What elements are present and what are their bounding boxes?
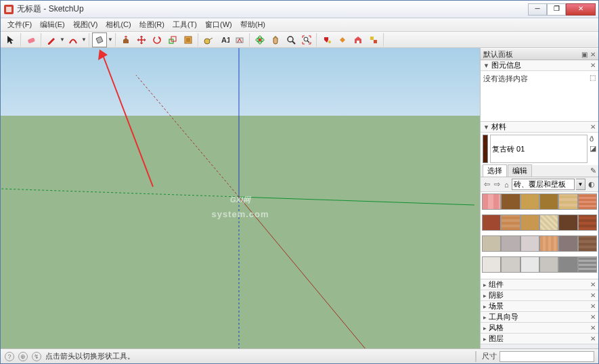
details-icon[interactable]: ◐ — [587, 180, 596, 189]
maximize-button[interactable]: ❐ — [547, 3, 566, 16]
home-icon[interactable]: ⌂ — [503, 181, 510, 189]
entity-options-icon[interactable]: ⬚ — [590, 74, 596, 81]
close-section-icon[interactable]: ✕ — [590, 281, 596, 288]
orbit-tool[interactable] — [252, 32, 267, 47]
close-section-icon[interactable]: ✕ — [590, 62, 596, 69]
close-section-icon[interactable]: ✕ — [590, 123, 596, 131]
material-swatch[interactable] — [539, 256, 558, 273]
material-swatch[interactable] — [520, 235, 539, 252]
default-panel-title[interactable]: 默认面板 ▣ ✕ — [481, 48, 598, 60]
material-swatch[interactable] — [578, 214, 597, 231]
close-section-icon[interactable]: ✕ — [590, 335, 596, 342]
scenes-header[interactable]: ▸场景✕ — [481, 301, 598, 312]
materials-header[interactable]: ▼ 材料 ✕ — [481, 122, 598, 133]
edit-icon[interactable]: ✎ — [590, 166, 596, 177]
pencil-tool[interactable] — [44, 32, 59, 47]
tab-edit[interactable]: 编辑 — [508, 164, 532, 177]
library-select[interactable]: 砖、覆层和壁板 — [512, 179, 575, 190]
zoom-extents-tool[interactable] — [299, 32, 314, 47]
help-icon[interactable]: ? — [5, 352, 14, 361]
library-dropdown-icon[interactable]: ▼ — [576, 179, 585, 190]
entity-info-body: 没有选择内容 ⬚ — [481, 71, 598, 122]
unit-icon[interactable]: ↯ — [32, 352, 41, 361]
sky — [1, 48, 480, 116]
close-section-icon[interactable]: ✕ — [590, 292, 596, 299]
material-swatch[interactable] — [578, 235, 597, 252]
material-name-input[interactable] — [490, 135, 587, 163]
tab-select[interactable]: 选择 — [483, 164, 507, 177]
menu-edit[interactable]: 编辑(E) — [36, 18, 69, 31]
material-swatch[interactable] — [501, 214, 520, 231]
nav-back-icon[interactable]: ⇦ — [483, 180, 491, 189]
text-tool[interactable]: A1 — [217, 32, 231, 47]
offset-tool[interactable] — [181, 32, 196, 47]
collapse-icon: ▸ — [483, 336, 487, 342]
instructor-header[interactable]: ▸工具向导✕ — [481, 312, 598, 323]
menu-window[interactable]: 窗口(W) — [201, 18, 236, 31]
paint-tool[interactable] — [319, 32, 334, 47]
material-swatch[interactable] — [558, 194, 577, 210]
pushpull-tool[interactable] — [118, 32, 133, 47]
pin-icon[interactable]: ▣ — [581, 51, 587, 58]
menu-file[interactable]: 文件(F) — [3, 18, 36, 31]
extension-tool[interactable] — [366, 32, 381, 47]
material-swatch[interactable] — [520, 214, 539, 231]
menu-view[interactable]: 视图(V) — [69, 18, 102, 31]
material-swatch[interactable] — [482, 256, 501, 273]
rotate-tool[interactable] — [150, 32, 164, 47]
components-header[interactable]: ▸组件✕ — [481, 279, 598, 290]
menu-help[interactable]: 帮助(H) — [236, 18, 269, 31]
shadows-header[interactable]: ▸阴影✕ — [481, 290, 598, 301]
material-swatch[interactable] — [578, 256, 597, 273]
create-material-icon[interactable]: ð — [590, 135, 596, 143]
material-swatch[interactable] — [482, 194, 501, 210]
material-swatch[interactable] — [520, 256, 539, 273]
eraser-tool[interactable] — [24, 32, 39, 47]
styles-header[interactable]: ▸风格✕ — [481, 323, 598, 334]
rectangle-tool[interactable] — [92, 32, 107, 47]
entity-info-header[interactable]: ▼ 图元信息 ✕ — [481, 60, 598, 71]
material-swatch[interactable] — [501, 194, 520, 210]
move-tool[interactable] — [134, 32, 149, 47]
material-swatch[interactable] — [558, 214, 577, 231]
viewport[interactable]: GXI网 system.com — [1, 48, 480, 348]
sample-tool[interactable] — [335, 32, 350, 47]
material-swatch[interactable] — [539, 194, 558, 210]
nav-fwd-icon[interactable]: ⇨ — [493, 180, 502, 189]
material-swatch[interactable] — [578, 194, 597, 210]
pan-tool[interactable] — [268, 32, 283, 47]
scale-tool[interactable] — [165, 32, 180, 47]
menu-tools[interactable]: 工具(T) — [169, 18, 201, 31]
current-material-swatch[interactable] — [483, 135, 488, 163]
material-swatch[interactable] — [520, 194, 539, 210]
menu-draw[interactable]: 绘图(R) — [135, 18, 169, 31]
material-swatch[interactable] — [539, 214, 558, 231]
menu-camera[interactable]: 相机(C) — [102, 18, 135, 31]
rectangle-dropdown[interactable]: ▼ — [108, 37, 113, 43]
zoom-tool[interactable] — [284, 32, 298, 47]
dimension-input[interactable] — [500, 351, 594, 362]
pencil-dropdown[interactable]: ▼ — [60, 37, 65, 43]
warehouse-tool[interactable] — [351, 32, 365, 47]
close-button[interactable]: ✕ — [566, 3, 596, 16]
layers-header[interactable]: ▸图层✕ — [481, 334, 598, 344]
material-swatch[interactable] — [558, 235, 577, 252]
select-tool[interactable] — [3, 32, 18, 47]
close-section-icon[interactable]: ✕ — [590, 313, 596, 321]
arc-tool[interactable] — [66, 32, 81, 47]
close-panel-icon[interactable]: ✕ — [590, 51, 596, 58]
geo-icon[interactable]: ⊕ — [18, 352, 28, 361]
protractor-tool[interactable] — [232, 32, 247, 47]
tape-tool[interactable] — [201, 32, 216, 47]
material-swatch[interactable] — [539, 235, 558, 252]
material-swatch[interactable] — [482, 235, 501, 252]
close-section-icon[interactable]: ✕ — [590, 324, 596, 332]
close-section-icon[interactable]: ✕ — [590, 302, 596, 310]
default-material-icon[interactable]: ◪ — [590, 144, 596, 153]
material-swatch[interactable] — [501, 256, 520, 273]
material-swatch[interactable] — [558, 256, 577, 273]
arc-dropdown[interactable]: ▼ — [81, 37, 87, 43]
material-swatch[interactable] — [501, 235, 520, 252]
minimize-button[interactable]: ─ — [528, 3, 547, 16]
material-swatch[interactable] — [482, 214, 501, 231]
